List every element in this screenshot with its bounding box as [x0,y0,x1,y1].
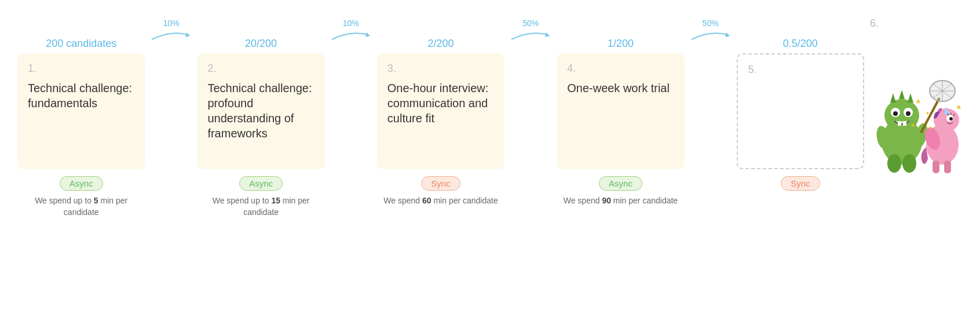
svg-text:★: ★ [915,97,922,105]
stage-5-number: 5. [748,64,853,76]
arrow-3-svg [510,29,551,42]
stage-2-count: 20/200 [245,38,277,50]
stage-2-number: 2. [207,63,314,75]
stage-4-time: We spend 90 min per candidate [564,195,678,207]
stage-3-card: 3. One-hour interview: communication and… [377,53,504,169]
stage-4-badge: Async [599,176,642,191]
stage-1-title: Technical challenge: fundamentals [28,81,134,111]
stage-4-footer: Async We spend 90 min per candidate [564,176,678,207]
arrow-2-svg [331,29,371,42]
stage-3-count: 2/200 [427,38,454,50]
monsters-svg: ★ ✦ ★ [870,52,963,179]
arrow-1: 10% [145,17,197,46]
svg-marker-14 [908,93,913,103]
stage-1-number: 1. [28,63,134,75]
stage-5-count: 0.5/200 [783,38,818,50]
stage-4-card: 4. One-week work trial [557,53,684,169]
stage-1: 200 candidates 1. Technical challenge: f… [17,17,145,218]
svg-text:★: ★ [956,103,962,111]
stage-2-badge: Async [239,176,283,191]
svg-marker-0 [185,32,190,37]
stage-3-number: 3. [387,63,494,75]
svg-rect-11 [903,121,906,126]
svg-marker-2 [545,32,550,37]
stage-1-card: 1. Technical challenge: fundamentals [17,53,145,169]
stage-6-section: 6. [870,17,963,179]
svg-text:★: ★ [910,122,915,128]
stage-1-count: 200 candidates [46,38,116,50]
svg-rect-10 [898,121,901,126]
stage-2-footer: Async We spend up to 15 min per candidat… [197,176,324,218]
stage-4-title: One-week work trial [567,81,674,96]
stage-5-card: 5. [737,53,864,169]
stage-3-title: One-hour interview: communication and cu… [387,81,494,126]
svg-point-18 [902,154,916,173]
svg-rect-37 [944,161,951,173]
stage-6-label: 6. [870,17,879,30]
svg-marker-12 [890,93,896,103]
stage-3-badge: Sync [421,176,460,191]
stage-2-card: 2. Technical challenge: profound underst… [197,53,324,169]
stage-4: 1/200 4. One-week work trial Async We sp… [557,17,684,207]
svg-marker-1 [365,32,370,37]
arrow-4: 50% [685,17,737,46]
stage-5-badge: Sync [781,176,820,191]
monsters-illustration: ★ ✦ ★ [870,52,963,179]
svg-point-9 [906,111,910,116]
stage-1-footer: Async We spend up to 5 min per candidate [17,176,145,218]
stage-2-time: We spend up to 15 min per candidate [197,195,324,218]
stage-1-time: We spend up to 5 min per candidate [17,195,145,218]
arrow-4-percent: 50% [703,19,719,28]
arrow-3: 50% [504,17,557,46]
svg-point-17 [887,154,901,173]
arrow-2: 10% [325,17,377,46]
svg-point-8 [893,111,898,116]
svg-text:✦: ✦ [928,125,933,131]
svg-rect-36 [933,161,939,173]
stage-4-count: 1/200 [608,38,634,50]
arrow-1-svg [151,29,191,42]
svg-marker-13 [899,90,905,99]
arrow-3-percent: 50% [522,19,539,28]
stage-2-title: Technical challenge: profound understand… [207,81,314,141]
stage-5: 0.5/200 5. Sync [737,17,864,191]
pipeline-container: 200 candidates 1. Technical challenge: f… [0,0,980,229]
arrow-2-percent: 10% [343,19,359,28]
stage-3-time: We spend 60 min per candidate [383,195,498,207]
stage-1-badge: Async [60,176,103,191]
stage-3: 2/200 3. One-hour interview: communicati… [377,17,504,207]
stage-4-number: 4. [567,63,674,75]
arrow-4-svg [690,29,731,42]
arrow-1-percent: 10% [163,19,179,28]
svg-point-32 [949,117,953,121]
stage-2: 20/200 2. Technical challenge: profound … [197,17,324,218]
stage-3-footer: Sync We spend 60 min per candidate [383,176,498,207]
stage-5-footer: Sync [781,176,820,191]
svg-text:✦: ✦ [925,110,930,116]
svg-marker-3 [725,32,730,37]
